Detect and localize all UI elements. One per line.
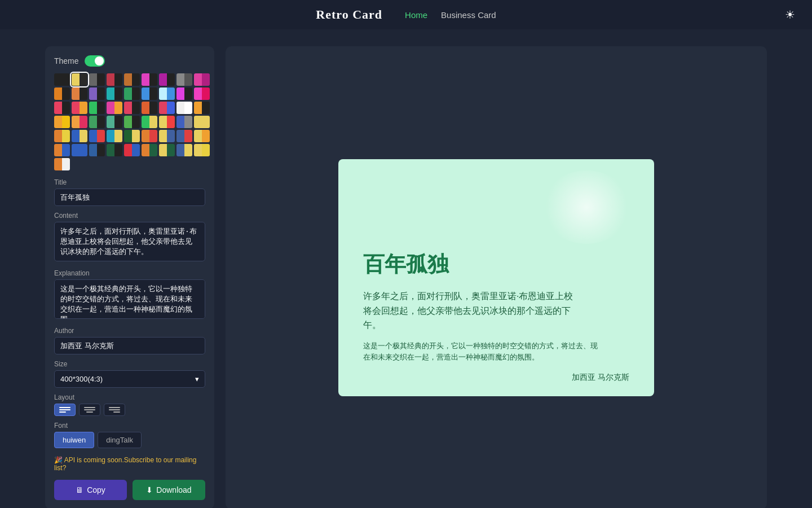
color-swatch[interactable]: [89, 144, 105, 156]
theme-label: Theme: [54, 56, 79, 65]
color-swatch[interactable]: [107, 144, 122, 156]
api-banner: 🎉 API is coming soon.Subscribe to our ma…: [54, 454, 205, 474]
color-swatch[interactable]: [107, 116, 122, 128]
navbar: Retro Card Home Business Card ☀: [0, 0, 812, 29]
color-swatch[interactable]: [124, 73, 140, 86]
nav-biz-link[interactable]: Business Card: [441, 10, 496, 20]
explanation-input[interactable]: [54, 279, 205, 319]
size-select[interactable]: 400*300(4:3) ▾: [54, 370, 205, 388]
color-swatch[interactable]: [159, 87, 175, 100]
color-swatch[interactable]: [159, 73, 175, 86]
nav-links: Home Business Card: [405, 10, 496, 20]
color-swatch[interactable]: [194, 130, 210, 142]
content-field-group: Content: [54, 212, 205, 264]
color-swatch[interactable]: [176, 130, 192, 142]
color-swatch[interactable]: [159, 116, 175, 128]
color-swatch[interactable]: [159, 130, 175, 142]
color-swatch[interactable]: [124, 116, 140, 128]
color-swatch[interactable]: [194, 102, 210, 114]
title-input[interactable]: [54, 189, 205, 206]
color-swatch[interactable]: [107, 87, 122, 100]
theme-toggle[interactable]: [85, 55, 105, 67]
color-swatch[interactable]: [72, 87, 87, 100]
color-swatch[interactable]: [107, 73, 122, 86]
color-swatch[interactable]: [124, 102, 140, 114]
layout-center-button[interactable]: [79, 404, 100, 416]
copy-label: Copy: [87, 485, 105, 494]
font-buttons: huiwen dingTalk: [54, 432, 205, 448]
color-swatch[interactable]: [72, 116, 87, 128]
font-huiwen-button[interactable]: huiwen: [54, 432, 94, 448]
color-swatch[interactable]: [194, 73, 210, 86]
download-button[interactable]: ⬇ Download: [133, 480, 205, 500]
color-swatch[interactable]: [176, 102, 192, 114]
author-label: Author: [54, 327, 205, 335]
color-swatch[interactable]: [194, 87, 210, 100]
color-swatch[interactable]: [142, 102, 157, 114]
color-swatch[interactable]: [72, 144, 87, 156]
explanation-field-group: Explanation: [54, 269, 205, 321]
download-icon: ⬇: [146, 485, 153, 494]
card-explanation: 这是一个极其经典的开头，它以一种独特的时空交错的方式，将过去、现在和未来交织在一…: [363, 340, 603, 362]
color-swatch[interactable]: [124, 130, 140, 142]
card-content: 许多年之后，面对行刑队，奥雷里亚诺·布恩迪亚上校将会回想起，他父亲带他去见识冰块…: [363, 289, 576, 332]
color-swatch[interactable]: [142, 144, 157, 156]
color-swatch[interactable]: [89, 116, 105, 128]
action-buttons: 🖥 Copy ⬇ Download: [54, 480, 205, 500]
color-swatch[interactable]: [159, 144, 175, 156]
theme-row: Theme: [54, 55, 205, 67]
color-swatch[interactable]: [54, 130, 70, 142]
color-swatch[interactable]: [176, 73, 192, 86]
color-swatch[interactable]: [89, 130, 105, 142]
font-label: Font: [54, 422, 205, 430]
color-swatch[interactable]: [159, 102, 175, 114]
color-swatch[interactable]: [176, 116, 192, 128]
color-swatch[interactable]: [107, 130, 122, 142]
color-swatch[interactable]: [72, 130, 87, 142]
color-swatch[interactable]: [54, 73, 70, 86]
color-swatch[interactable]: [54, 144, 70, 156]
font-field-group: Font huiwen dingTalk: [54, 422, 205, 448]
color-swatch[interactable]: [142, 130, 157, 142]
color-swatch[interactable]: [194, 144, 210, 156]
color-swatch[interactable]: [72, 73, 87, 86]
size-field-group: Size 400*300(4:3) ▾: [54, 360, 205, 388]
color-swatch[interactable]: [54, 158, 70, 170]
color-swatch[interactable]: [142, 87, 157, 100]
color-swatch[interactable]: [124, 87, 140, 100]
nav-title: Retro Card: [316, 7, 382, 22]
color-swatch[interactable]: [54, 116, 70, 128]
card-preview: 百年孤独 许多年之后，面对行刑队，奥雷里亚诺·布恩迪亚上校将会回想起，他父亲带他…: [338, 159, 654, 396]
card-author: 加西亚 马尔克斯: [572, 373, 629, 383]
color-swatch[interactable]: [54, 102, 70, 114]
color-swatch[interactable]: [107, 102, 122, 114]
copy-button[interactable]: 🖥 Copy: [54, 480, 127, 500]
font-dingtalk-button[interactable]: dingTalk: [98, 432, 142, 448]
size-value: 400*300(4:3): [60, 375, 103, 383]
color-swatch[interactable]: [176, 144, 192, 156]
theme-toggle-icon[interactable]: ☀: [785, 8, 795, 21]
title-label: Title: [54, 178, 205, 186]
download-label: Download: [156, 485, 191, 494]
color-swatch[interactable]: [176, 87, 192, 100]
color-swatch[interactable]: [142, 73, 157, 86]
color-swatch[interactable]: [194, 116, 210, 128]
chevron-down-icon: ▾: [195, 375, 199, 383]
layout-right-button[interactable]: [104, 404, 125, 416]
color-swatch[interactable]: [89, 87, 105, 100]
author-field-group: Author: [54, 327, 205, 354]
color-swatch[interactable]: [89, 102, 105, 114]
layout-field-group: Layout: [54, 393, 205, 416]
theme-toggle-knob: [95, 56, 104, 65]
color-swatch[interactable]: [89, 73, 105, 86]
author-input[interactable]: [54, 337, 205, 354]
layout-left-button[interactable]: [54, 404, 76, 416]
content-input[interactable]: [54, 222, 205, 261]
layout-label: Layout: [54, 393, 205, 401]
swatches-grid: [54, 73, 205, 170]
color-swatch[interactable]: [54, 87, 70, 100]
color-swatch[interactable]: [72, 102, 87, 114]
color-swatch[interactable]: [142, 116, 157, 128]
nav-home-link[interactable]: Home: [405, 10, 427, 20]
color-swatch[interactable]: [124, 144, 140, 156]
